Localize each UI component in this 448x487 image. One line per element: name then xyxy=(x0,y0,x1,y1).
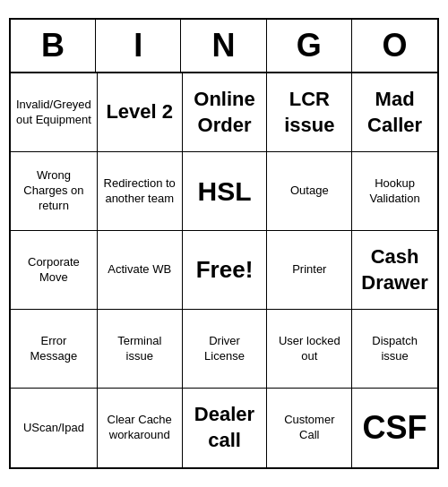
bingo-cell: Customer Call xyxy=(267,389,352,467)
header-letter: G xyxy=(267,20,352,72)
bingo-grid: Invalid/Greyed out EquipmentLevel 2Onlin… xyxy=(11,73,437,467)
bingo-cell: Mad Caller xyxy=(352,73,437,152)
bingo-cell: Invalid/Greyed out Equipment xyxy=(11,73,98,152)
bingo-cell: Driver License xyxy=(183,310,268,389)
bingo-cell: Error Message xyxy=(11,310,98,389)
bingo-cell: Wrong Charges on return xyxy=(11,152,98,231)
bingo-cell: Dealer call xyxy=(183,389,268,467)
bingo-cell: Free! xyxy=(183,231,268,310)
bingo-cell: User locked out xyxy=(267,310,352,389)
header-letter: N xyxy=(181,20,266,72)
bingo-cell: Printer xyxy=(267,231,352,310)
bingo-header: BINGO xyxy=(11,20,437,73)
bingo-cell: UScan/Ipad xyxy=(11,389,98,467)
bingo-cell: Online Order xyxy=(183,73,268,152)
bingo-cell: Redirection to another team xyxy=(98,152,183,231)
header-letter: I xyxy=(96,20,181,72)
bingo-card: BINGO Invalid/Greyed out EquipmentLevel … xyxy=(9,18,439,469)
header-letter: O xyxy=(352,20,437,72)
header-letter: B xyxy=(11,20,96,72)
bingo-cell: Level 2 xyxy=(98,73,183,152)
bingo-cell: Dispatch issue xyxy=(352,310,437,389)
bingo-cell: Clear Cache workaround xyxy=(98,389,183,467)
bingo-cell: Outage xyxy=(267,152,352,231)
bingo-cell: CSF xyxy=(352,389,437,467)
bingo-cell: Cash Drawer xyxy=(352,231,437,310)
bingo-cell: Terminal issue xyxy=(98,310,183,389)
bingo-cell: HSL xyxy=(183,152,268,231)
bingo-cell: LCR issue xyxy=(267,73,352,152)
bingo-cell: Corporate Move xyxy=(11,231,98,310)
bingo-cell: Activate WB xyxy=(98,231,183,310)
bingo-cell: Hookup Validation xyxy=(352,152,437,231)
